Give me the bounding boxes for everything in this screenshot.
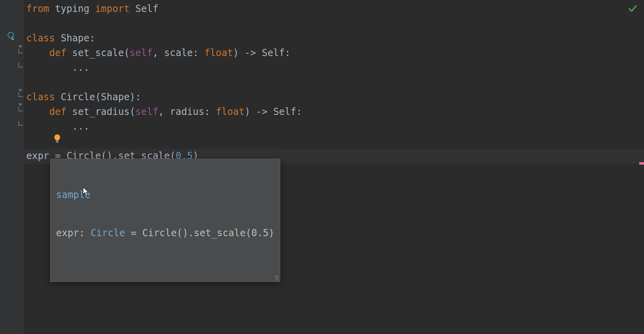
- code-line[interactable]: ...: [24, 119, 644, 134]
- error-stripe-marker[interactable]: [639, 162, 644, 165]
- run-class-icon[interactable]: [8, 32, 16, 43]
- param-name: scale: [164, 47, 193, 58]
- fold-handle-icon[interactable]: [18, 49, 23, 53]
- punct: ): [233, 47, 239, 58]
- doc-popup-title: sample: [56, 189, 91, 200]
- import-name: Self: [136, 3, 159, 14]
- base-class: Shape: [101, 91, 130, 103]
- indent: [26, 47, 49, 58]
- arrow: ->: [250, 106, 274, 117]
- module-name: typing: [55, 3, 89, 14]
- punct: (: [95, 91, 101, 103]
- function-name: set_radius: [72, 106, 130, 117]
- inferred-type: Circle: [91, 227, 125, 239]
- doc-popup-end: ): [269, 227, 274, 239]
- punct: :: [296, 106, 302, 117]
- punct: (: [124, 47, 130, 58]
- param-name: radius: [170, 106, 204, 117]
- code-line[interactable]: [24, 16, 644, 31]
- doc-popup-var: expr:: [56, 227, 91, 239]
- doc-popup-expr: = Circle().set_scale(: [125, 227, 251, 239]
- punct: ,: [153, 47, 164, 58]
- resize-grip-icon[interactable]: ⠿: [274, 277, 278, 281]
- return-type: Self: [273, 106, 296, 117]
- inspections-ok-icon[interactable]: [628, 4, 637, 15]
- code-editor[interactable]: from typing import Self class Shape: def…: [24, 0, 644, 334]
- keyword: def: [49, 47, 66, 58]
- variable-name: expr: [26, 150, 49, 161]
- code-line[interactable]: from typing import Self: [24, 2, 644, 16]
- self-param: self: [130, 47, 153, 58]
- class-name: Shape: [61, 33, 89, 44]
- fold-handle-icon[interactable]: [18, 63, 23, 68]
- punct: :: [204, 106, 216, 117]
- indent: [26, 121, 72, 132]
- doc-popup-arg: 0.5: [251, 227, 268, 239]
- indent: [26, 106, 49, 117]
- code-line[interactable]: ...: [24, 60, 644, 75]
- punct: ): [130, 91, 135, 103]
- punct: :: [136, 91, 141, 103]
- punct: ,: [158, 106, 170, 117]
- indent: [26, 62, 72, 73]
- type-name: float: [216, 106, 244, 117]
- gutter: [0, 0, 24, 334]
- fold-handle-icon[interactable]: [18, 107, 23, 111]
- svg-rect-2: [56, 142, 58, 143]
- editor-root: from typing import Self class Shape: def…: [0, 0, 644, 334]
- keyword: from: [26, 3, 49, 14]
- quick-doc-popup[interactable]: sample expr: Circle = Circle().set_scale…: [50, 159, 280, 282]
- class-name: Circle: [61, 91, 95, 103]
- punct: :: [89, 33, 95, 44]
- punct: :: [285, 47, 290, 58]
- code-line[interactable]: [24, 75, 644, 90]
- type-name: float: [204, 47, 233, 58]
- intention-bulb-icon[interactable]: [53, 134, 61, 145]
- keyword: class: [26, 91, 55, 103]
- code-line[interactable]: class Shape:: [24, 31, 644, 46]
- punct: :: [193, 47, 204, 58]
- keyword: def: [49, 106, 66, 117]
- fold-handle-icon[interactable]: [18, 121, 23, 126]
- keyword: class: [26, 33, 55, 44]
- ellipsis: ...: [72, 121, 89, 132]
- self-param: self: [136, 106, 159, 117]
- punct: (: [130, 106, 135, 117]
- function-name: set_scale: [72, 47, 124, 58]
- svg-rect-1: [56, 141, 59, 142]
- arrow: ->: [239, 47, 262, 58]
- ellipsis: ...: [72, 62, 89, 73]
- fold-handle-icon[interactable]: [18, 92, 23, 97]
- code-line[interactable]: [24, 134, 644, 149]
- return-type: Self: [262, 47, 285, 58]
- code-line[interactable]: def set_radius(self, radius: float) -> S…: [24, 105, 644, 119]
- code-line[interactable]: class Circle(Shape):: [24, 90, 644, 105]
- punct: ): [244, 106, 250, 117]
- keyword: import: [95, 3, 130, 14]
- code-line[interactable]: def set_scale(self, scale: float) -> Sel…: [24, 46, 644, 60]
